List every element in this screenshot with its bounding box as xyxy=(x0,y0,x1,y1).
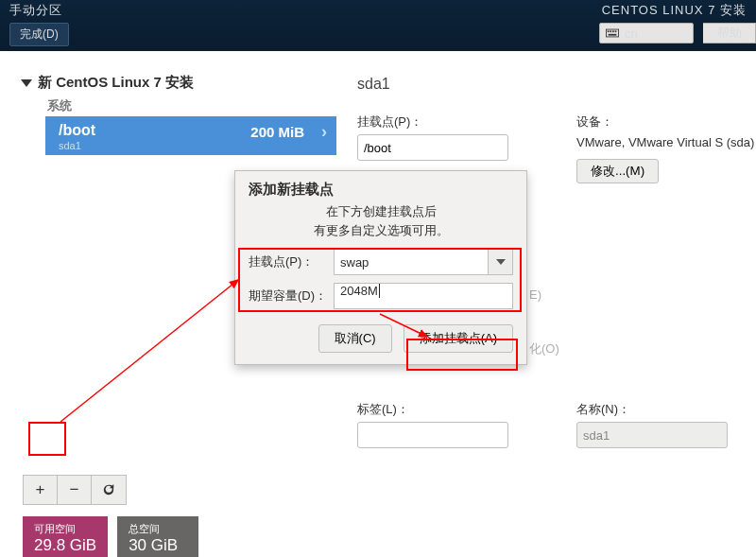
available-space-label: 可用空间 xyxy=(34,522,96,536)
dialog-title: 添加新挂载点 xyxy=(235,171,526,202)
tree-section-system: 系统 xyxy=(47,97,336,114)
total-space-label: 总空间 xyxy=(129,522,187,536)
dialog-mountpoint-value: swap xyxy=(340,255,369,270)
combo-arrow-icon[interactable] xyxy=(488,250,512,274)
dialog-capacity-value: 2048M xyxy=(340,284,380,298)
selected-device-heading: sda1 xyxy=(357,76,756,93)
dialog-mountpoint-combo[interactable]: swap xyxy=(334,249,513,275)
mountpoint-label: 挂载点(P)： xyxy=(357,113,508,131)
desired-capacity-suffix: E) xyxy=(529,287,541,302)
dialog-message-line2: 有更多自定义选项可用。 xyxy=(249,221,513,240)
svg-rect-4 xyxy=(612,30,614,32)
volume-label-input[interactable] xyxy=(357,422,508,448)
svg-rect-2 xyxy=(608,30,610,32)
add-mountpoint-dialog: 添加新挂载点 在下方创建挂载点后 有更多自定义选项可用。 挂载点(P)： swa… xyxy=(234,170,527,365)
done-button[interactable]: 完成(D) xyxy=(9,23,69,46)
device-text: VMware, VMware Virtual S (sda) xyxy=(576,134,756,151)
tree-root-label: 新 CentOS Linux 7 安装 xyxy=(38,74,194,92)
mountpoint-row-boot[interactable]: /boot 200 MiB › sda1 xyxy=(45,116,336,155)
add-mountpoint-button[interactable]: + xyxy=(24,476,58,504)
dialog-cancel-button[interactable]: 取消(C) xyxy=(318,324,392,353)
dialog-add-button[interactable]: 添加挂载点(A) xyxy=(404,324,513,353)
svg-rect-5 xyxy=(615,30,617,32)
total-space-value: 30 GiB xyxy=(129,536,187,555)
page-title: 手动分区 xyxy=(9,2,62,19)
dialog-capacity-label: 期望容量(D)： xyxy=(249,287,334,305)
total-space-box: 总空间 30 GiB xyxy=(117,516,198,557)
svg-rect-6 xyxy=(609,34,617,36)
name-input xyxy=(576,422,728,448)
available-space-box: 可用空间 29.8 GiB xyxy=(23,516,108,557)
remove-mountpoint-button[interactable]: − xyxy=(58,476,92,504)
reformat-suffix: 化(O) xyxy=(529,340,559,357)
device-label: 设备： xyxy=(576,113,756,131)
keyboard-layout-selector[interactable]: cn xyxy=(599,23,694,44)
available-space-value: 29.8 GiB xyxy=(34,536,96,555)
modify-device-button[interactable]: 修改...(M) xyxy=(576,159,659,183)
svg-rect-3 xyxy=(610,30,611,32)
product-title: CENTOS LINUX 7 安装 xyxy=(602,2,747,19)
name-label: 名称(N)： xyxy=(576,401,728,418)
reload-button[interactable] xyxy=(92,476,126,504)
install-tree-root[interactable]: 新 CentOS Linux 7 安装 xyxy=(21,74,336,92)
mountpoint-toolbar: + − xyxy=(23,475,127,505)
mountpoint-device: sda1 xyxy=(59,140,323,151)
keyboard-icon xyxy=(606,28,619,38)
reload-icon xyxy=(102,483,115,496)
dialog-mountpoint-label: 挂载点(P)： xyxy=(249,253,334,270)
mountpoint-size: 200 MiB xyxy=(250,124,304,140)
dialog-capacity-input[interactable]: 2048M xyxy=(334,283,513,309)
chevron-right-icon: › xyxy=(321,122,327,142)
chevron-down-icon xyxy=(21,79,32,87)
keyboard-layout-value: cn xyxy=(625,26,638,41)
mountpoint-input[interactable] xyxy=(357,134,508,161)
help-button[interactable]: 帮助 xyxy=(703,23,756,44)
dialog-message-line1: 在下方创建挂载点后 xyxy=(249,202,513,221)
volume-label-label: 标签(L)： xyxy=(357,401,508,418)
